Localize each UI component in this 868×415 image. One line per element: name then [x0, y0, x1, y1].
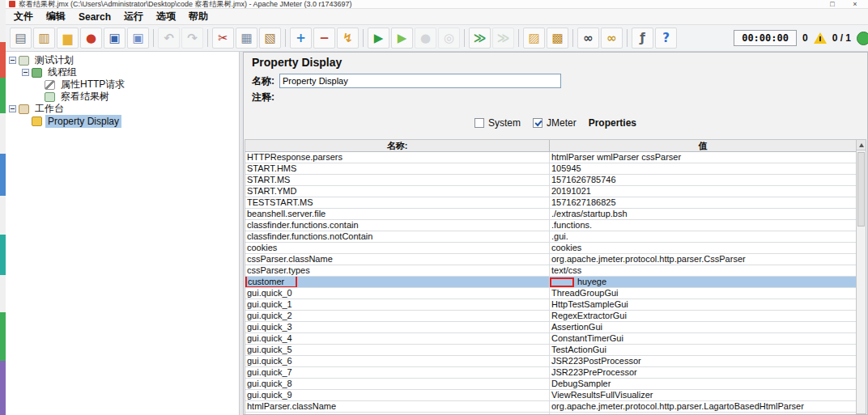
test-timer: 00:00:00 — [734, 30, 797, 46]
undo-button[interactable]: ↶ — [158, 28, 180, 49]
menu-options[interactable]: 选项 — [150, 9, 182, 24]
property-row[interactable]: classfinder.functions.contain .functions… — [245, 220, 856, 231]
close-button[interactable]: × — [845, 0, 865, 8]
maximize-button[interactable]: □ — [823, 0, 842, 8]
search-button[interactable]: ∞ — [577, 28, 599, 49]
property-row[interactable]: gui.quick_7 JSR223PreProcessor — [245, 367, 856, 379]
property-name: classfinder.functions.contain — [247, 220, 359, 230]
active-thread-count: 0 / 1 — [832, 32, 851, 44]
tree-item[interactable]: Property Display — [6, 115, 239, 127]
property-row[interactable]: cookies cookies — [245, 243, 856, 254]
property-row[interactable]: htmlParser.types text/html application/x… — [245, 413, 856, 414]
system-checkbox[interactable] — [474, 118, 484, 128]
tree-collapse-handle[interactable] — [9, 105, 16, 112]
property-name-cell: TESTSTART.MS — [245, 197, 550, 208]
property-row[interactable]: gui.quick_0 ThreadGroupGui — [245, 288, 856, 299]
clear-all-button[interactable]: ▩ — [547, 28, 568, 49]
menu-help[interactable]: 帮助 — [182, 9, 215, 24]
copy-button[interactable]: ▦ — [236, 28, 257, 49]
property-name-cell: gui.quick_4 — [245, 333, 550, 344]
cut-button[interactable]: ✂ — [212, 28, 234, 49]
tree-item[interactable]: 测试计划 — [6, 54, 239, 66]
start-no-pauses-button[interactable]: ▶ — [391, 28, 413, 49]
remote-start-all-button[interactable]: ≫ — [469, 28, 491, 49]
save-button[interactable]: ▣ — [104, 28, 126, 49]
property-value-cell: ThreadGroupGui — [550, 288, 856, 299]
shutdown-button[interactable]: ◎ — [438, 28, 460, 49]
function-helper-button[interactable]: ƒ — [632, 28, 653, 49]
remove-button[interactable]: − — [313, 28, 335, 49]
paste-button[interactable]: ▧ — [259, 28, 281, 49]
menu-edit[interactable]: 编辑 — [40, 9, 72, 24]
table-scrollbar[interactable] — [857, 139, 866, 414]
column-header-name[interactable]: 名称: — [245, 140, 550, 151]
warning-icon[interactable] — [814, 32, 827, 44]
comments-input[interactable] — [279, 90, 560, 104]
menu-search[interactable]: Search — [72, 11, 117, 23]
remote-stop-all-button[interactable]: ≫ — [492, 28, 514, 49]
property-row[interactable]: cssParser.types text/css — [245, 265, 856, 277]
tree-item-label: Property Display — [45, 115, 121, 128]
property-value-cell: 1571626785746 — [550, 175, 856, 185]
menu-file[interactable]: 文件 — [7, 9, 40, 24]
property-row[interactable]: customer huyege — [245, 277, 856, 288]
clear-button[interactable]: ▨ — [523, 28, 545, 49]
property-row[interactable]: gui.quick_9 ViewResultsFullVisualizer — [245, 390, 856, 401]
jmeter-checkbox[interactable] — [533, 118, 542, 128]
property-value-cell: .gui. — [550, 231, 856, 242]
property-row[interactable]: beanshell.server.file ./extras/startup.b… — [245, 209, 856, 220]
property-row[interactable]: htmlParser.className org.apache.jmeter.p… — [245, 401, 856, 413]
tree-item[interactable]: 工作台 — [6, 103, 239, 115]
log-error-count: 0 — [802, 32, 808, 44]
property-row[interactable]: START.HMS 105945 — [245, 163, 856, 175]
property-row[interactable]: cssParser.className org.apache.jmeter.pr… — [245, 254, 856, 265]
property-value: HttpTestSampleGui — [551, 299, 628, 309]
new-file-button[interactable]: ▤ — [10, 28, 32, 49]
toolbar-separator — [285, 29, 286, 47]
property-value-cell: huyege — [550, 277, 856, 287]
scroll-thumb[interactable] — [857, 152, 865, 227]
tree-collapse-handle[interactable] — [9, 57, 16, 64]
tree-collapse-handle[interactable] — [22, 69, 29, 76]
property-value: DebugSampler — [551, 379, 611, 388]
start-button[interactable]: ▶ — [368, 28, 389, 49]
property-row[interactable]: START.YMD 20191021 — [245, 186, 856, 197]
property-row[interactable]: START.MS 1571626785746 — [245, 175, 856, 186]
close-file-button[interactable]: ● — [80, 28, 102, 49]
templates-button[interactable]: ▥ — [33, 28, 55, 49]
column-header-value[interactable]: 值 — [550, 140, 856, 151]
property-row[interactable]: gui.quick_4 ConstantTimerGui — [245, 333, 856, 345]
menu-run[interactable]: 运行 — [117, 9, 150, 24]
property-row[interactable]: gui.quick_6 JSR223PostProcessor — [245, 356, 856, 367]
property-row[interactable]: HTTPResponse.parsers htmlParser wmlParse… — [245, 152, 856, 163]
property-name-cell: customer — [245, 277, 550, 287]
toolbar-buttons: ▤ ▥ ▆ ● ▣ ▣ ↶ ↷ — [9, 25, 727, 51]
property-row[interactable]: gui.quick_8 DebugSampler — [245, 379, 856, 390]
tree-item[interactable]: 属性HTTP请求 — [6, 78, 239, 91]
property-value: 1571626785746 — [551, 175, 616, 184]
property-name-cell: START.HMS — [245, 163, 550, 174]
test-status-indicator — [857, 32, 868, 45]
search-reset-button[interactable]: ∞ — [601, 28, 623, 49]
redo-button[interactable]: ↷ — [181, 28, 203, 49]
toggle-button[interactable]: ↯ — [337, 28, 359, 49]
property-value-cell: TestActionGui — [550, 345, 856, 355]
property-row[interactable]: gui.quick_1 HttpTestSampleGui — [245, 299, 856, 311]
add-button[interactable]: + — [290, 28, 312, 49]
property-row[interactable]: gui.quick_3 AssertionGui — [245, 322, 856, 333]
save-as-button[interactable]: ▣ — [127, 28, 149, 49]
property-name: gui.quick_5 — [247, 345, 292, 354]
property-row[interactable]: gui.quick_5 TestActionGui — [245, 345, 856, 356]
toolbar-button-icon: ∞ — [583, 32, 594, 44]
property-row[interactable]: classfinder.functions.notContain .gui. — [245, 231, 856, 243]
name-input[interactable] — [279, 74, 561, 88]
toolbar-button-icon: ▶ — [398, 32, 407, 44]
property-table-header: 名称: 值 — [245, 140, 856, 152]
open-file-button[interactable]: ▆ — [57, 28, 79, 49]
property-row[interactable]: gui.quick_2 RegexExtractorGui — [245, 311, 856, 322]
stop-button[interactable]: ● — [415, 28, 436, 49]
scroll-up-button[interactable] — [857, 140, 866, 150]
toolbar-button-icon: ● — [420, 32, 431, 44]
property-row[interactable]: TESTSTART.MS 1571627186825 — [245, 197, 856, 209]
help-button[interactable]: ? — [655, 28, 677, 49]
